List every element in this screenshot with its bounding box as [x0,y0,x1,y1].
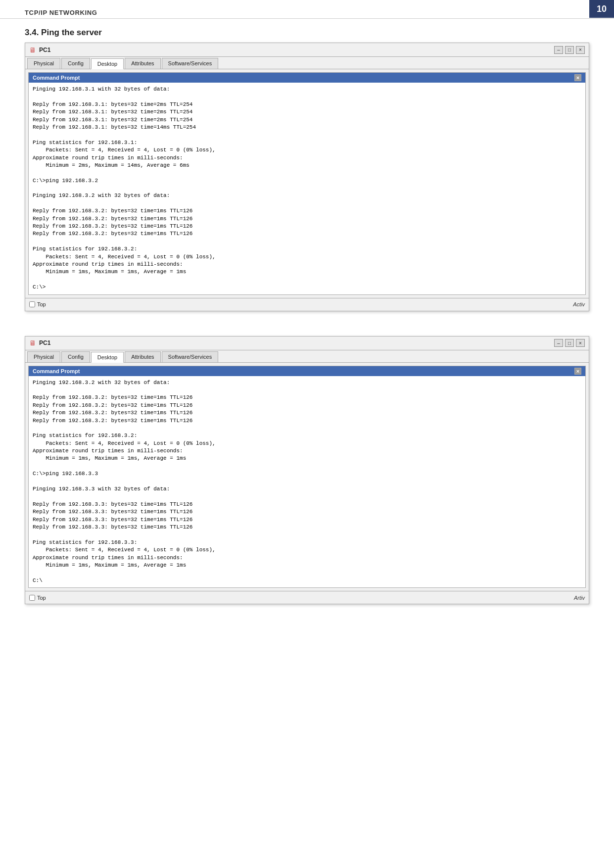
activ-text-2: Artiv [574,595,585,601]
cmd-header-label-1: Command Prompt [33,75,80,81]
pc-icon-2: 🖥 [29,339,36,347]
titlebar-1: 🖥 PC1 – □ × [25,43,589,57]
title-left-1: 🖥 PC1 [29,46,50,54]
cmd-header-2: Command Prompt × [29,366,585,376]
tab-attributes-2[interactable]: Attributes [125,351,160,362]
pc-icon-1: 🖥 [29,46,36,54]
tab-attributes-1[interactable]: Attributes [125,58,160,69]
tab-desktop-2[interactable]: Desktop [91,352,124,363]
title-left-2: 🖥 PC1 [29,339,50,347]
section-title: TCP/IP NETWORKING [0,0,614,19]
cmd-panel-2: Command Prompt × Pinging 192.168.3.2 wit… [28,366,586,588]
cmd-close-1[interactable]: × [574,74,581,81]
top-checkbox-label-1[interactable]: Top [29,301,46,307]
window-title-text-1: PC1 [39,47,50,53]
top-label-2: Top [37,595,46,601]
tab-physical-2[interactable]: Physical [27,351,60,362]
tab-software-1[interactable]: Software/Services [162,58,219,69]
close-btn-2[interactable]: × [576,339,585,347]
minimize-btn-2[interactable]: – [554,339,563,347]
minimize-btn-1[interactable]: – [554,46,563,54]
tab-config-1[interactable]: Config [61,58,90,69]
tabs-2: Physical Config Desktop Attributes Softw… [25,350,589,363]
cmd-close-2[interactable]: × [574,368,581,375]
close-btn-1[interactable]: × [576,46,585,54]
cmd-content-1[interactable]: Pinging 192.168.3.1 with 32 bytes of dat… [29,83,585,294]
top-checkbox-1[interactable] [29,301,35,307]
cmd-header-label-2: Command Prompt [33,368,80,374]
tab-software-2[interactable]: Software/Services [162,351,219,362]
window-bottom-1: Top Activ [25,298,589,311]
top-label-1: Top [37,301,46,307]
window-title-text-2: PC1 [39,339,50,346]
maximize-btn-2[interactable]: □ [565,339,574,347]
activ-text-1: Activ [573,301,585,307]
window-1: 🖥 PC1 – □ × Physical Config Desktop Attr… [0,43,614,321]
window-controls-1: – □ × [554,46,585,54]
top-checkbox-2[interactable] [29,595,35,601]
window-controls-2: – □ × [554,339,585,347]
maximize-btn-1[interactable]: □ [565,46,574,54]
tab-desktop-1[interactable]: Desktop [91,58,124,69]
cmd-panel-1: Command Prompt × Pinging 192.168.3.1 wit… [28,72,586,295]
tab-physical-1[interactable]: Physical [27,58,60,69]
cmd-header-1: Command Prompt × [29,73,585,83]
top-checkbox-label-2[interactable]: Top [29,595,46,601]
subsection-title: 3.4. Ping the server [0,19,614,43]
window-bottom-2: Top Artiv [25,591,589,604]
page-number: 10 [589,0,614,18]
tab-config-2[interactable]: Config [61,351,90,362]
tabs-1: Physical Config Desktop Attributes Softw… [25,57,589,69]
cmd-content-2[interactable]: Pinging 192.168.3.2 with 32 bytes of dat… [29,376,585,588]
titlebar-2: 🖥 PC1 – □ × [25,337,589,350]
window-2: 🖥 PC1 – □ × Physical Config Desktop Attr… [0,336,614,615]
